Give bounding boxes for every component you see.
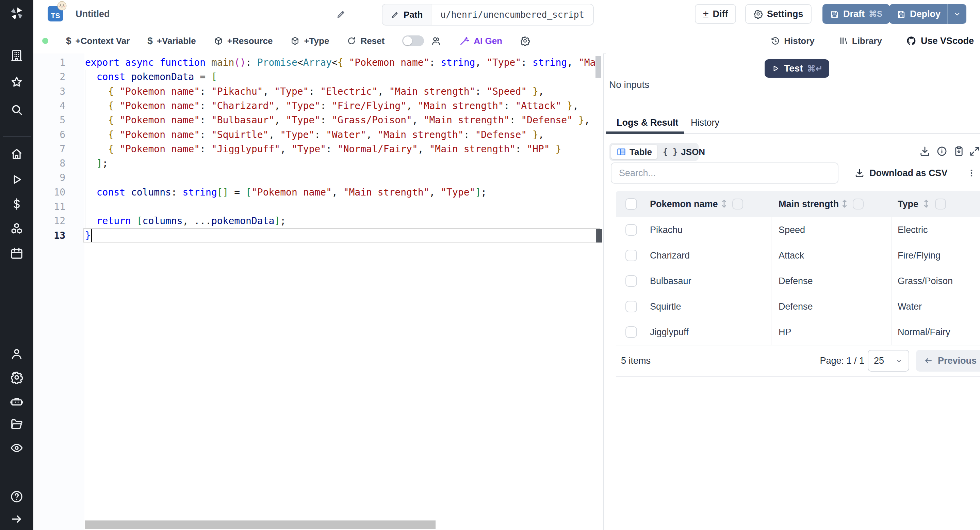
code-line-12[interactable]: return [columns, ...pokemonData]; <box>85 214 601 228</box>
sidebar-item-users-icon[interactable] <box>9 346 24 361</box>
sidebar-item-favorites-icon[interactable] <box>9 75 24 89</box>
sort-icon[interactable] <box>839 198 851 210</box>
deploy-divider <box>947 4 948 24</box>
chevron-down-icon[interactable] <box>953 10 962 18</box>
text-cursor <box>91 229 92 242</box>
library-button[interactable]: Library <box>838 36 882 46</box>
expand-icon[interactable] <box>969 145 980 158</box>
code-line-1[interactable]: export async function main(): Promise<Ar… <box>85 56 601 70</box>
tab-history[interactable]: History <box>691 118 719 133</box>
history-clock-icon <box>770 36 780 46</box>
line-number: 7 <box>33 142 65 156</box>
table-row[interactable]: PikachuSpeedElectric <box>616 217 980 243</box>
page-size-select[interactable]: 25 <box>868 350 909 372</box>
sidebar-item-settings-icon[interactable] <box>9 370 24 385</box>
add-context-var-button[interactable]: $ +Context Var <box>66 35 130 46</box>
row-checkbox[interactable] <box>625 326 637 338</box>
code-line-10[interactable]: const columns: string[] = ["Pokemon name… <box>85 185 601 200</box>
copy-result-icon[interactable] <box>953 145 966 158</box>
code-editor[interactable]: 12345678910111213 export async function … <box>33 53 603 530</box>
sort-icon[interactable] <box>921 198 932 210</box>
dollar-icon: $ <box>66 35 72 46</box>
code-line-11[interactable] <box>85 200 601 214</box>
row-checkbox[interactable] <box>625 250 637 261</box>
code-line-7[interactable]: { "Pokemon name": "Jigglypuff", "Type": … <box>85 142 601 156</box>
code-line-8[interactable]: ]; <box>85 156 601 171</box>
history-button[interactable]: History <box>770 36 815 46</box>
settings-button[interactable]: Settings <box>745 4 811 24</box>
path-value[interactable]: u/henri/unencumbered_script <box>431 5 593 25</box>
search-input[interactable] <box>611 163 838 184</box>
download-csv-button[interactable]: Download as CSV <box>854 163 948 183</box>
sidebar-item-folders-icon[interactable] <box>9 417 24 431</box>
sidebar-item-runs-icon[interactable] <box>9 172 24 187</box>
code-line-6[interactable]: { "Pokemon name": "Squirtle", "Type": "W… <box>85 128 601 142</box>
pane-divider[interactable] <box>603 53 604 530</box>
draft-button[interactable]: Draft ⌘S <box>822 4 890 24</box>
reset-button[interactable]: Reset <box>347 36 385 46</box>
tab-logs-and-result[interactable]: Logs & Result <box>617 118 679 133</box>
view-json-option[interactable]: { } JSON <box>657 145 711 159</box>
sort-icon[interactable] <box>719 198 730 210</box>
sidebar-item-schedules-icon[interactable] <box>9 246 24 260</box>
column-header-2[interactable]: Type <box>898 191 918 217</box>
use-vscode-button[interactable]: Use VScode <box>906 35 974 46</box>
code-line-3[interactable]: { "Pokemon name": "Pikachu", "Type": "El… <box>85 85 601 99</box>
code-line-4[interactable]: { "Pokemon name": "Charizard", "Type": "… <box>85 99 601 113</box>
windmill-logo-icon[interactable] <box>8 5 25 22</box>
row-checkbox[interactable] <box>625 275 637 287</box>
table-row[interactable]: JigglypuffHPNormal/Fairy <box>616 319 980 345</box>
sidebar-item-audit-logs-icon[interactable] <box>9 441 24 455</box>
sidebar-item-resources-icon[interactable] <box>9 221 24 236</box>
path-field[interactable]: Path u/henri/unencumbered_script <box>382 4 594 26</box>
sidebar-item-variables-icon[interactable] <box>9 196 24 212</box>
code-line-13[interactable]: } <box>85 228 601 243</box>
deploy-button[interactable]: Deploy <box>889 4 966 24</box>
table-cell: Pikachu <box>650 217 682 243</box>
table-row[interactable]: SquirtleDefenseWater <box>616 294 980 320</box>
code-line-9[interactable] <box>85 171 601 185</box>
view-table-option[interactable]: Table <box>611 145 657 159</box>
column-header-1[interactable]: Main strength <box>778 191 839 217</box>
add-type-button[interactable]: +Type <box>290 36 329 46</box>
table-cell: Bulbasaur <box>650 268 692 294</box>
table-row[interactable]: CharizardAttackFire/Flying <box>616 243 980 269</box>
sidebar-item-workspace-icon[interactable] <box>9 48 24 63</box>
page-indicator: Page: 1 / 1 <box>800 345 864 377</box>
column-divider <box>771 217 772 345</box>
column-toggle[interactable] <box>732 199 743 209</box>
sidebar-item-help-icon[interactable] <box>9 489 24 504</box>
row-checkbox[interactable] <box>625 301 637 312</box>
download-result-icon[interactable] <box>919 145 931 158</box>
info-icon[interactable] <box>936 145 948 158</box>
kebab-menu-icon[interactable] <box>966 164 978 182</box>
table-row[interactable]: BulbasaurDefenseGrass/Poison <box>616 268 980 294</box>
code-line-5[interactable]: { "Pokemon name": "Bulbasaur", "Type": "… <box>85 113 601 128</box>
diff-button[interactable]: ± Diff <box>695 4 736 24</box>
test-shortcut: ⌘↵ <box>807 64 823 73</box>
column-toggle[interactable] <box>853 199 864 209</box>
add-resource-button[interactable]: +Resource <box>214 36 273 46</box>
previous-page-button[interactable]: Previous <box>916 350 980 372</box>
editor-horizontal-scrollbar[interactable] <box>85 520 436 529</box>
braces-icon: { } <box>663 147 678 157</box>
add-variable-button[interactable]: $ +Variable <box>147 35 196 46</box>
ai-gen-button[interactable]: AI Gen <box>460 36 502 46</box>
row-checkbox[interactable] <box>625 224 637 236</box>
sidebar-item-search-icon[interactable] <box>9 102 24 117</box>
editor-vertical-scrollbar[interactable] <box>595 56 601 78</box>
test-button[interactable]: Test ⌘↵ <box>765 59 829 78</box>
pane-divider-grip[interactable] <box>598 229 602 243</box>
sidebar-item-expand-sidebar-icon[interactable] <box>9 512 24 527</box>
sidebar-item-home-icon[interactable] <box>9 147 24 161</box>
code-line-2[interactable]: const pokemonData = [ <box>85 70 601 84</box>
gear-icon <box>753 9 763 19</box>
edit-summary-pencil-icon[interactable] <box>336 9 347 20</box>
sidebar-item-workers-icon[interactable] <box>9 394 24 409</box>
toggle-switch[interactable] <box>402 35 424 46</box>
column-header-0[interactable]: Pokemon name <box>650 191 718 217</box>
reset-icon <box>347 36 356 46</box>
editor-settings-button[interactable] <box>520 36 530 46</box>
column-toggle[interactable] <box>935 199 946 209</box>
select-all-checkbox[interactable] <box>625 198 637 210</box>
